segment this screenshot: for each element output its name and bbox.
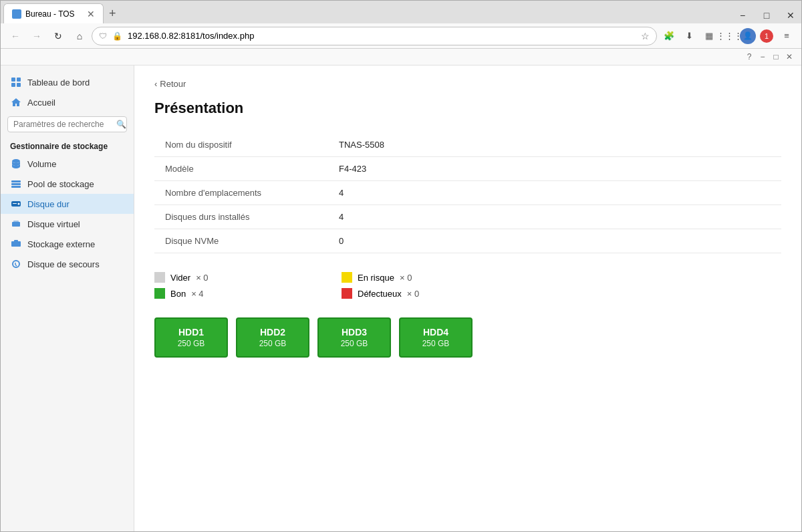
status-item-atrisk: En risque × 0 — [342, 272, 489, 283]
search-icon: 🔍 — [116, 120, 126, 129]
home-label: Accueil — [27, 98, 55, 108]
refresh-button[interactable]: ↻ — [49, 27, 68, 45]
atrisk-count: × 0 — [400, 273, 412, 283]
info-label: Modèle — [154, 157, 328, 181]
backup-label: Disque de secours — [27, 259, 100, 269]
account-badge[interactable]: 1 — [757, 27, 776, 45]
faulty-label: Défectueux — [358, 289, 402, 299]
info-table-row: Disques durs installés4 — [154, 205, 781, 229]
content-area: ‹ Retour Présentation Nom du dispositifT… — [134, 65, 801, 531]
svg-rect-14 — [14, 240, 18, 242]
search-box: 🔍 — [7, 116, 127, 132]
backup-icon — [10, 258, 22, 270]
svg-rect-11 — [12, 222, 20, 227]
forward-button[interactable]: → — [27, 27, 46, 45]
info-value: 0 — [328, 229, 781, 253]
hdd-card-hdd1[interactable]: HDD1 250 GB — [154, 317, 228, 358]
status-grid: Vider × 0 En risque × 0 Bon × 4 Défectue… — [154, 272, 489, 299]
sidebar-item-backup[interactable]: Disque de secours — [1, 254, 134, 274]
atrisk-label: En risque — [358, 273, 394, 283]
close-bar-btn[interactable]: ✕ — [783, 50, 796, 63]
info-table-row: Nom du dispositifTNAS-5508 — [154, 133, 781, 157]
status-item-empty: Vider × 0 — [154, 272, 301, 283]
atrisk-dot — [342, 272, 352, 283]
minimize-button[interactable]: − — [732, 7, 753, 23]
tab-favicon — [12, 9, 21, 19]
faulty-count: × 0 — [407, 289, 419, 299]
faulty-dot — [342, 288, 352, 299]
svg-rect-10 — [13, 203, 17, 204]
minimize-bar-btn[interactable]: − — [756, 50, 769, 63]
restore-bar-btn[interactable]: □ — [769, 50, 783, 63]
new-tab-button[interactable]: + — [104, 3, 122, 23]
profile-button[interactable]: 👤 — [740, 28, 756, 44]
svg-rect-6 — [11, 183, 21, 185]
hdd-card-size: 250 GB — [406, 339, 466, 348]
svg-rect-3 — [17, 83, 21, 87]
bookmark-icon[interactable]: ☆ — [641, 31, 650, 41]
back-button[interactable]: ← — [6, 27, 25, 45]
svg-rect-7 — [11, 186, 21, 188]
restore-button[interactable]: □ — [756, 7, 777, 23]
good-dot — [154, 288, 165, 299]
info-value: 4 — [328, 181, 781, 205]
back-chevron-icon: ‹ — [154, 79, 157, 89]
info-value: 4 — [328, 205, 781, 229]
back-link[interactable]: ‹ Retour — [154, 79, 781, 89]
info-table-row: Nombre d'emplacements4 — [154, 181, 781, 205]
page-title: Présentation — [154, 100, 781, 117]
sidebar-item-volume[interactable]: Volume — [1, 154, 134, 174]
tab-bar: Bureau - TOS ✕ + − □ ✕ — [1, 1, 801, 23]
info-value: F4-423 — [328, 157, 781, 181]
downloads-button[interactable]: ⬇ — [680, 27, 698, 45]
sidebar-item-home[interactable]: Accueil — [1, 92, 134, 112]
hdd-card-name: HDD3 — [324, 327, 384, 338]
pool-label: Pool de stockage — [27, 179, 94, 189]
hdd-card-name: HDD4 — [406, 327, 466, 338]
hdd-card-name: HDD2 — [243, 327, 303, 338]
home-button[interactable]: ⌂ — [70, 27, 89, 45]
sidebar-item-dashboard[interactable]: Tableau de bord — [1, 72, 134, 92]
browser-window: Bureau - TOS ✕ + − □ ✕ ← → ↻ ⌂ 🛡 🔒 192.1… — [0, 0, 802, 532]
nav-icons: 🧩 ⬇ ▦ ⋮⋮⋮ 👤 1 ≡ — [660, 27, 796, 45]
hdd-grid: HDD1 250 GB HDD2 250 GB HDD3 250 GB HDD4… — [154, 317, 781, 358]
svg-rect-2 — [11, 83, 15, 87]
sidebar-item-external[interactable]: Stockage externe — [1, 234, 134, 254]
info-label: Disque NVMe — [154, 229, 328, 253]
nav-bar: ← → ↻ ⌂ 🛡 🔒 192.168.0.82:8181/tos/index.… — [1, 23, 801, 49]
svg-point-4 — [12, 159, 20, 163]
security-icon: 🛡 — [99, 31, 107, 41]
hdd-card-name: HDD1 — [161, 327, 221, 338]
sidebar-item-vdisk[interactable]: Disque virtuel — [1, 214, 134, 234]
extensions-button[interactable]: 🧩 — [660, 27, 678, 45]
hdd-card-size: 250 GB — [324, 339, 384, 348]
menu-button[interactable]: ≡ — [777, 27, 796, 45]
info-label: Nom du dispositif — [154, 133, 328, 157]
address-input[interactable]: 192.168.0.82:8181/tos/index.php — [128, 31, 637, 41]
hdd-card-hdd4[interactable]: HDD4 250 GB — [399, 317, 473, 358]
tab-title: Bureau - TOS — [25, 9, 75, 19]
status-item-good: Bon × 4 — [154, 288, 301, 299]
hdd-card-hdd3[interactable]: HDD3 250 GB — [317, 317, 391, 358]
vdisk-label: Disque virtuel — [27, 219, 80, 229]
svg-rect-0 — [11, 78, 15, 82]
help-button[interactable]: ? — [743, 50, 756, 63]
good-count: × 4 — [191, 289, 203, 299]
close-button[interactable]: ✕ — [780, 7, 801, 23]
tab-close-btn[interactable]: ✕ — [87, 9, 95, 19]
sidebar-item-pool[interactable]: Pool de stockage — [1, 174, 134, 194]
svg-rect-1 — [17, 78, 21, 82]
vdisk-icon — [10, 218, 22, 230]
main-layout: Tableau de bord Accueil 🔍 Gestionnaire d… — [1, 65, 801, 531]
dashboard-label: Tableau de bord — [27, 78, 90, 88]
help-bar: ? − □ ✕ — [1, 49, 801, 65]
svg-rect-13 — [11, 241, 21, 247]
section-title: Gestionnaire de stockage — [1, 136, 134, 154]
search-input[interactable] — [13, 120, 114, 129]
active-tab[interactable]: Bureau - TOS ✕ — [3, 3, 104, 23]
sidebar-item-hdd[interactable]: Disque dur — [1, 194, 134, 214]
history-btn[interactable]: ⋮⋮⋮ — [720, 27, 739, 45]
external-label: Stockage externe — [27, 239, 95, 249]
hdd-card-hdd2[interactable]: HDD2 250 GB — [236, 317, 309, 358]
address-icon: 🔒 — [111, 31, 124, 41]
